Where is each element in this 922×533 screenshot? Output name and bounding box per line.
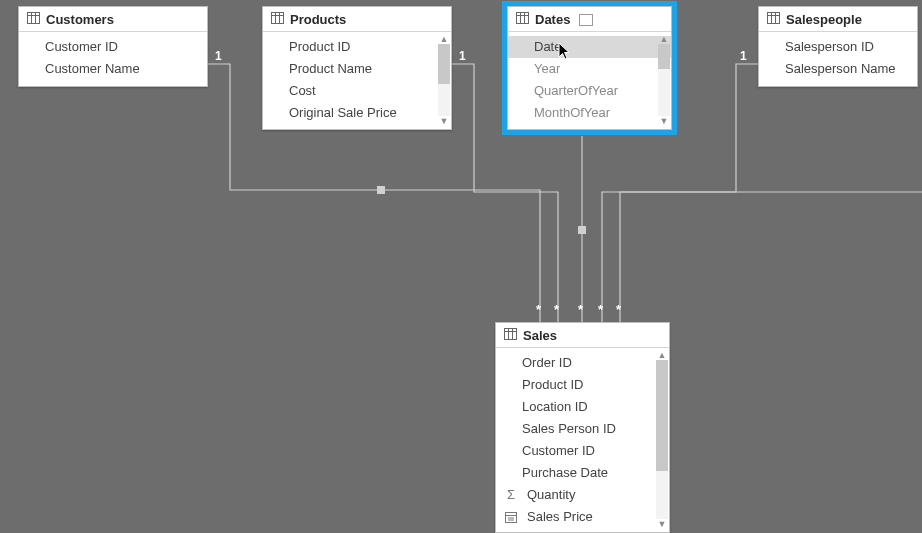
table-icon [504,328,517,343]
cardinality-many: * [616,302,622,317]
field-item[interactable]: Σ Quantity [496,484,669,506]
field-item[interactable]: Customer ID [19,36,207,58]
field-item[interactable]: Customer ID [496,440,669,462]
table-title: Products [290,12,346,27]
table-icon [516,12,529,27]
field-item[interactable]: Customer Name [19,58,207,80]
scrollbar[interactable]: ▲ ▼ [438,34,450,126]
field-item[interactable]: Product ID [263,36,451,58]
scroll-down-icon[interactable]: ▼ [438,116,450,126]
field-item[interactable]: Year [508,58,671,80]
table-title: Sales [523,328,557,343]
field-list: Date Year QuarterOfYear MonthOfYear [508,32,671,128]
cardinality-many: * [578,302,584,317]
svg-rect-0 [377,186,385,194]
field-list: Customer ID Customer Name [19,32,207,86]
scrollbar[interactable]: ▲ ▼ [658,34,670,126]
field-item[interactable]: QuarterOfYear [508,80,671,102]
field-item[interactable]: Original Sale Price [263,102,451,124]
field-list: Order ID Product ID Location ID Sales Pe… [496,348,669,531]
number-column-icon [504,512,518,523]
svg-rect-2 [28,13,40,24]
field-list: Product ID Product Name Cost Original Sa… [263,32,451,128]
field-item[interactable]: Location ID [496,396,669,418]
field-item[interactable]: Sales Person ID [496,418,669,440]
table-header[interactable]: Salespeople [759,7,917,32]
table-icon [767,12,780,27]
field-item[interactable]: Salesperson Name [759,58,917,80]
field-item[interactable]: Sales Price [496,506,669,528]
table-header[interactable]: Customers [19,7,207,32]
field-item[interactable]: Product Name [263,58,451,80]
field-item[interactable]: MonthOfYear [508,102,671,124]
table-products[interactable]: Products Product ID Product Name Cost Or… [262,6,452,130]
table-icon [27,12,40,27]
svg-rect-6 [272,13,284,24]
table-header[interactable]: Sales [496,323,669,348]
svg-rect-14 [768,13,780,24]
table-header[interactable]: Dates [508,7,671,32]
scroll-down-icon[interactable]: ▼ [658,116,670,126]
cardinality-many: * [554,302,560,317]
table-customers[interactable]: Customers Customer ID Customer Name [18,6,208,87]
table-sales[interactable]: Sales Order ID Product ID Location ID Sa… [495,322,670,533]
field-list: Salesperson ID Salesperson Name [759,32,917,86]
field-item[interactable]: Date [508,36,671,58]
model-canvas[interactable]: { "tables": { "customers": { "title": "C… [0,0,922,533]
table-icon [271,12,284,27]
date-table-badge-icon [579,14,593,26]
table-header[interactable]: Products [263,7,451,32]
scroll-up-icon[interactable]: ▲ [658,34,670,44]
table-title: Customers [46,12,114,27]
field-item[interactable]: Product ID [496,374,669,396]
svg-rect-10 [517,13,529,24]
field-item[interactable]: Order ID [496,352,669,374]
svg-rect-1 [578,226,586,234]
scrollbar[interactable]: ▲ ▼ [656,350,668,529]
field-item[interactable]: Cost [263,80,451,102]
table-salespeople[interactable]: Salespeople Salesperson ID Salesperson N… [758,6,918,87]
scroll-up-icon[interactable]: ▲ [656,350,668,360]
table-dates[interactable]: Dates Date Year QuarterOfYear MonthOfYea… [507,6,672,130]
table-title: Salespeople [786,12,862,27]
cardinality-one: 1 [459,49,466,63]
field-item[interactable]: Salesperson ID [759,36,917,58]
scroll-down-icon[interactable]: ▼ [656,519,668,529]
cardinality-many: * [536,302,542,317]
cardinality-one: 1 [215,49,222,63]
cardinality-many: * [598,302,604,317]
scroll-up-icon[interactable]: ▲ [438,34,450,44]
sigma-icon: Σ [504,486,518,504]
field-item[interactable]: Purchase Date [496,462,669,484]
cardinality-one: 1 [740,49,747,63]
table-title: Dates [535,12,570,27]
svg-rect-18 [505,329,517,340]
